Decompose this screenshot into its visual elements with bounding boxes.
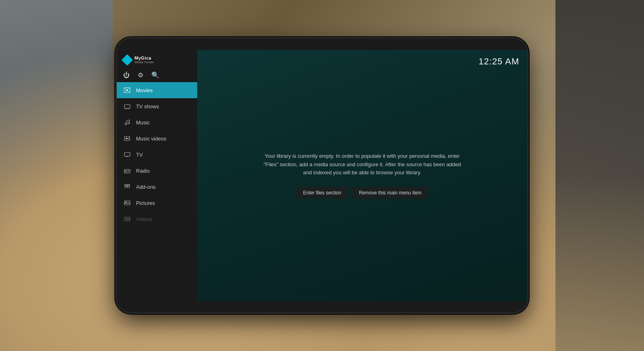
sidebar-item-tv[interactable]: TV (117, 147, 197, 163)
settings-icon[interactable]: ⚙ (138, 71, 143, 79)
remove-menu-item-button[interactable]: Remove this main menu item (353, 187, 428, 199)
addons-icon (123, 183, 131, 191)
app-logo: MyGica Media Center (117, 50, 197, 68)
movies-label: Movies (136, 87, 153, 93)
search-icon[interactable]: 🔍 (151, 71, 159, 79)
clock-display: 12:25 AM (479, 56, 519, 67)
phone-bezel-bottom (117, 301, 527, 312)
main-content: 12:25 AM Your library is currently empty… (197, 50, 527, 301)
empty-state: Your library is currently empty. In orde… (197, 50, 527, 301)
addons-label: Add-ons (136, 184, 155, 190)
sidebar-item-movies[interactable]: Movies (117, 82, 197, 98)
tv-shows-label: TV shows (136, 103, 159, 109)
power-icon[interactable]: ⏻ (123, 72, 130, 79)
phone-device: LG ⏱ MyGica Media Center ⏻ ⚙ (117, 39, 527, 312)
svg-point-10 (125, 123, 127, 125)
videos-label: Videos (136, 216, 152, 222)
pictures-label: Pictures (136, 200, 155, 206)
svg-point-3 (125, 91, 126, 92)
radio-icon (123, 167, 131, 175)
svg-rect-30 (128, 184, 130, 186)
logo-diamond-icon (122, 54, 133, 65)
music-icon (123, 118, 131, 126)
sidebar-item-music[interactable]: Music (117, 114, 197, 130)
svg-rect-27 (125, 186, 127, 188)
tv-label: TV (136, 152, 143, 158)
svg-marker-5 (126, 89, 128, 91)
scene: LG ⏱ MyGica Media Center ⏻ ⚙ (0, 0, 644, 351)
action-buttons: Enter files section Remove this main men… (297, 187, 428, 199)
svg-point-4 (129, 91, 130, 92)
svg-rect-6 (124, 105, 130, 108)
music-label: Music (136, 120, 150, 126)
sidebar-item-music-videos[interactable]: Music videos (117, 130, 197, 147)
sidebar-item-videos[interactable]: Videos (117, 211, 197, 227)
app-subtitle: Media Center (134, 60, 154, 64)
app-name: MyGica (134, 56, 154, 60)
sidebar-item-addons[interactable]: Add-ons (117, 179, 197, 195)
svg-marker-16 (126, 138, 128, 139)
sidebar-item-pictures[interactable]: Pictures (117, 195, 197, 211)
svg-rect-28 (128, 186, 130, 188)
phone-bezel-top (117, 39, 527, 50)
sidebar-item-radio[interactable]: Radio (117, 163, 197, 179)
music-videos-label: Music videos (136, 136, 166, 142)
svg-rect-29 (125, 184, 127, 186)
sidebar-toolbar: ⏻ ⚙ 🔍 (117, 68, 197, 82)
svg-line-14 (127, 120, 130, 121)
radio-label: Radio (136, 168, 150, 174)
enter-files-button[interactable]: Enter files section (297, 187, 348, 199)
svg-point-11 (128, 122, 130, 124)
movies-icon (123, 86, 131, 94)
pictures-icon (123, 199, 131, 207)
sidebar: MyGica Media Center ⏻ ⚙ 🔍 (117, 50, 197, 301)
svg-point-1 (125, 89, 126, 89)
svg-rect-20 (124, 153, 130, 156)
bg-right (555, 0, 644, 351)
empty-message: Your library is currently empty. In orde… (262, 152, 463, 177)
phone-screen: MyGica Media Center ⏻ ⚙ 🔍 (117, 50, 527, 301)
svg-point-24 (125, 171, 127, 172)
sidebar-item-tv-shows[interactable]: TV shows (117, 98, 197, 114)
svg-rect-31 (124, 201, 130, 205)
tv-icon (123, 151, 131, 159)
logo-text: MyGica Media Center (134, 56, 154, 64)
svg-point-2 (129, 89, 130, 89)
music-videos-icon (123, 134, 131, 142)
tv-shows-icon (123, 102, 131, 110)
videos-icon (123, 215, 131, 223)
